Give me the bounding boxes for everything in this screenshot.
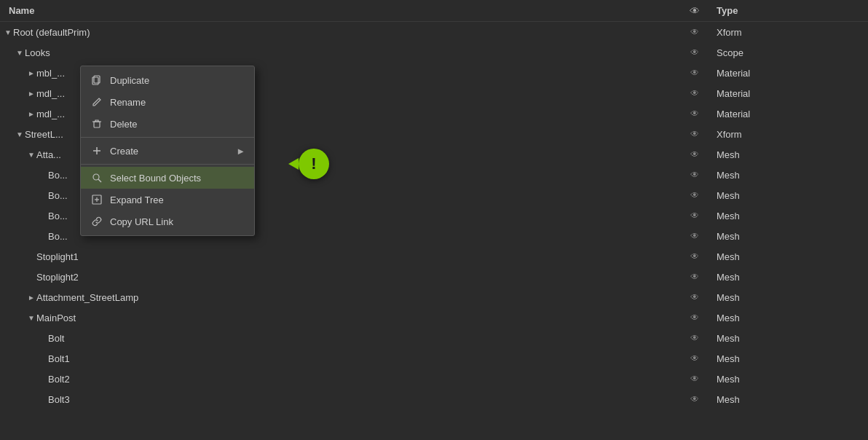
menu-item-duplicate[interactable]: Duplicate: [81, 69, 254, 91]
tree-row[interactable]: Bolt3👁Mesh: [0, 389, 868, 409]
eye-icon: 👁: [690, 88, 699, 98]
tree-cell-eye[interactable]: 👁: [673, 170, 717, 180]
tree-item-label: Bolt2: [48, 374, 70, 385]
menu-separator: [81, 164, 254, 165]
tree-cell-eye[interactable]: 👁: [673, 109, 717, 119]
menu-item-rename[interactable]: Rename: [81, 91, 254, 113]
tree-cell-type: Mesh: [717, 374, 862, 385]
tree-item-label: Bo...: [48, 231, 68, 242]
eye-icon: 👁: [690, 47, 699, 58]
tree-expand-arrow[interactable]: [3, 28, 13, 36]
tree-cell-type: Mesh: [717, 170, 862, 181]
tree-row[interactable]: MainPost👁Mesh: [0, 307, 868, 328]
tree-row[interactable]: Bolt1👁Mesh: [0, 348, 868, 369]
column-header-type: Type: [717, 5, 862, 16]
tree-cell-eye[interactable]: 👁: [673, 353, 717, 364]
eye-icon: 👁: [690, 129, 699, 139]
rename-menu-icon: [90, 95, 104, 109]
tree-cell-eye[interactable]: 👁: [673, 68, 717, 78]
tree-cell-type: Mesh: [717, 251, 862, 262]
tree-item-label: Root (defaultPrim): [13, 27, 90, 38]
menu-item-label: Expand Tree: [110, 195, 245, 205]
tree-cell-name: MainPost: [0, 313, 673, 323]
context-menu: DuplicateRenameDeleteCreate►Select Bound…: [80, 66, 255, 236]
tree-row[interactable]: Attachment_StreetLamp👁Mesh: [0, 287, 868, 307]
eye-icon: 👁: [690, 272, 699, 282]
tree-cell-type: Mesh: [717, 231, 862, 242]
tree-cell-type: Mesh: [717, 313, 862, 323]
menu-item-copy-url[interactable]: Copy URL Link: [81, 211, 254, 232]
menu-item-label: Select Bound Objects: [110, 173, 245, 184]
tree-cell-type: Mesh: [717, 333, 862, 344]
tree-expand-arrow[interactable]: [26, 110, 36, 118]
tree-row[interactable]: Looks👁Scope: [0, 42, 868, 63]
tree-cell-eye[interactable]: 👁: [673, 88, 717, 98]
attention-badge: !: [299, 149, 329, 179]
tree-expand-arrow[interactable]: [26, 90, 36, 98]
menu-item-create[interactable]: Create►: [81, 140, 254, 162]
menu-separator: [81, 137, 254, 138]
tree-item-label: Bolt3: [48, 394, 70, 405]
tree-expand-arrow[interactable]: [15, 130, 25, 138]
tree-expand-arrow[interactable]: [15, 49, 25, 57]
tree-row[interactable]: Bolt2👁Mesh: [0, 369, 868, 389]
menu-item-delete[interactable]: Delete: [81, 113, 254, 135]
expand-tree-menu-icon: [90, 192, 104, 207]
tree-expand-arrow[interactable]: [26, 151, 36, 159]
eye-icon: 👁: [690, 333, 699, 343]
tree-cell-eye[interactable]: 👁: [673, 292, 717, 302]
menu-item-label: Create: [110, 146, 236, 157]
tree-cell-type: Mesh: [717, 394, 862, 405]
tree-expand-arrow[interactable]: [26, 69, 36, 77]
tree-item-label: Bo...: [48, 190, 68, 201]
menu-item-select-bound[interactable]: Select Bound Objects: [81, 167, 254, 189]
menu-submenu-arrow: ►: [236, 146, 245, 157]
tree-cell-name: Stoplight1: [0, 251, 673, 262]
tree-item-label: mdl_...: [36, 109, 65, 119]
tree-cell-eye[interactable]: 👁: [673, 27, 717, 37]
menu-item-label: Delete: [110, 119, 245, 130]
eye-icon: 👁: [690, 292, 699, 302]
eye-icon: 👁: [690, 394, 699, 404]
tree-item-label: Bo...: [48, 170, 68, 181]
delete-menu-icon: [90, 117, 104, 131]
tree-item-label: Atta...: [36, 149, 61, 160]
tree-cell-eye[interactable]: 👁: [673, 272, 717, 282]
menu-item-expand-tree[interactable]: Expand Tree: [81, 189, 254, 211]
column-header-name: Name: [9, 5, 673, 16]
tree-item-label: Bolt1: [48, 353, 70, 364]
tree-expand-arrow[interactable]: [26, 294, 36, 302]
menu-item-label: Rename: [110, 97, 245, 108]
tree-cell-eye[interactable]: 👁: [673, 394, 717, 404]
tree-cell-name: Attachment_StreetLamp: [0, 292, 673, 303]
menu-item-label: Copy URL Link: [110, 216, 245, 227]
tree-cell-name: Stoplight2: [0, 272, 673, 283]
tree-cell-eye[interactable]: 👁: [673, 231, 717, 241]
tree-cell-eye[interactable]: 👁: [673, 149, 717, 160]
tree-cell-eye[interactable]: 👁: [673, 190, 717, 200]
eye-icon: 👁: [690, 251, 699, 262]
tree-cell-eye[interactable]: 👁: [673, 47, 717, 58]
tree-row[interactable]: Bolt👁Mesh: [0, 328, 868, 348]
tree-cell-eye[interactable]: 👁: [673, 374, 717, 384]
tree-cell-type: Mesh: [717, 272, 862, 283]
eye-header-icon: 👁: [690, 5, 700, 17]
tree-cell-eye[interactable]: 👁: [673, 313, 717, 323]
tree-item-label: MainPost: [36, 313, 76, 323]
tree-item-label: Bolt: [48, 333, 64, 344]
tree-cell-eye[interactable]: 👁: [673, 333, 717, 343]
tree-row[interactable]: Stoplight2👁Mesh: [0, 267, 868, 287]
tree-row[interactable]: Root (defaultPrim)👁Xform: [0, 22, 868, 42]
tree-cell-eye[interactable]: 👁: [673, 211, 717, 221]
tree-cell-eye[interactable]: 👁: [673, 251, 717, 262]
select-bound-menu-icon: [90, 170, 104, 185]
svg-rect-2: [94, 122, 100, 127]
tree-cell-type: Mesh: [717, 211, 862, 221]
eye-icon: 👁: [690, 170, 699, 180]
tree-cell-eye[interactable]: 👁: [673, 129, 717, 139]
tree-row[interactable]: Stoplight1👁Mesh: [0, 246, 868, 267]
eye-icon: 👁: [690, 109, 699, 119]
tree-expand-arrow[interactable]: [26, 314, 36, 322]
tree-item-label: Looks: [25, 47, 50, 58]
tree-cell-type: Material: [717, 68, 862, 79]
